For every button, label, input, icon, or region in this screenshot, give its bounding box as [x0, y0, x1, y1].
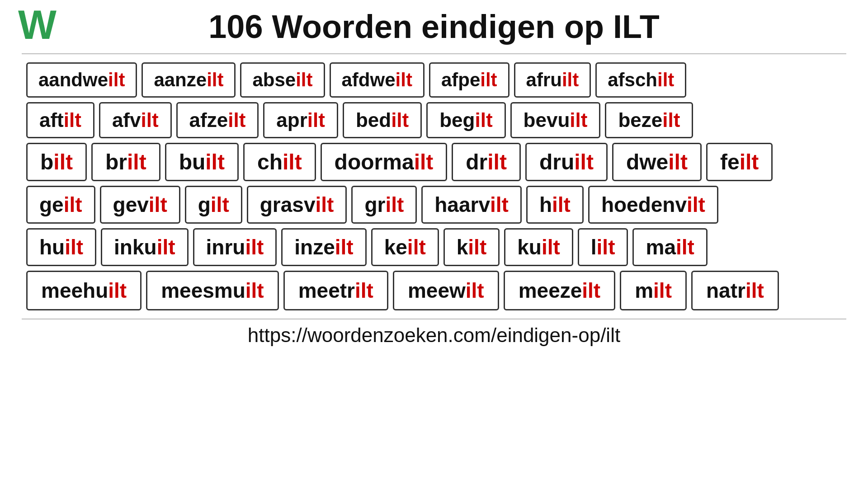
- footer-url: https://woordenzoeken.com/eindigen-op/il…: [248, 324, 620, 347]
- word-box-0-5: afruilt: [514, 62, 591, 98]
- word-box-0-6: afschilt: [595, 62, 686, 98]
- word-box-4-2: inruilt: [193, 228, 277, 266]
- word-box-1-4: bedilt: [343, 102, 422, 138]
- word-box-1-2: afzeilt: [176, 102, 259, 138]
- word-row-2: biltbriltbuiltchiltdoormailtdriltdruiltd…: [26, 143, 842, 181]
- word-box-1-6: bevuilt: [510, 102, 601, 138]
- word-box-4-8: mailt: [632, 228, 707, 266]
- word-box-3-4: grilt: [351, 186, 417, 224]
- word-box-3-7: hoedenvilt: [588, 186, 718, 224]
- word-box-2-7: dweilt: [612, 143, 702, 181]
- word-box-5-3: meewilt: [393, 271, 499, 310]
- word-box-0-3: afdweilt: [330, 62, 425, 98]
- word-box-1-7: bezeilt: [605, 102, 693, 138]
- word-box-2-4: doormailt: [321, 143, 448, 181]
- word-box-4-6: kuilt: [504, 228, 573, 266]
- word-box-3-2: gilt: [185, 186, 242, 224]
- word-box-5-2: meetrilt: [283, 271, 388, 310]
- word-box-2-8: feilt: [706, 143, 773, 181]
- word-box-5-5: milt: [620, 271, 687, 310]
- word-row-3: geiltgeviltgiltgrasviltgrilthaarvilthilt…: [26, 186, 842, 224]
- word-box-4-0: huilt: [26, 228, 96, 266]
- word-box-3-0: geilt: [26, 186, 95, 224]
- word-box-1-1: afvilt: [99, 102, 172, 138]
- word-row-0: aandweiltaanzeiltabseiltafdweiltafpeilta…: [26, 62, 842, 98]
- word-box-3-3: grasvilt: [247, 186, 347, 224]
- word-box-4-4: keilt: [371, 228, 439, 266]
- word-box-2-0: bilt: [26, 143, 87, 181]
- logo: W: [18, 5, 57, 45]
- word-box-1-3: aprilt: [263, 102, 338, 138]
- word-box-3-5: haarvilt: [421, 186, 522, 224]
- word-box-2-6: druilt: [525, 143, 608, 181]
- word-box-5-0: meehuilt: [26, 271, 142, 310]
- page-header: W 106 Woorden eindigen op ILT: [0, 0, 868, 50]
- word-box-4-7: lilt: [578, 228, 628, 266]
- word-box-3-1: gevilt: [100, 186, 180, 224]
- word-box-0-2: abseilt: [240, 62, 325, 98]
- word-box-4-3: inzeilt: [281, 228, 366, 266]
- word-box-5-1: meesmuilt: [146, 271, 279, 310]
- word-box-3-6: hilt: [526, 186, 584, 224]
- words-container: aandweiltaanzeiltabseiltafdweiltafpeilta…: [22, 62, 846, 310]
- word-box-2-2: built: [165, 143, 239, 181]
- word-row-1: aftiltafviltafzeiltapriltbediltbegiltbev…: [26, 102, 842, 138]
- page-title: 106 Woorden eindigen op ILT: [208, 8, 659, 45]
- word-box-5-4: meezeilt: [504, 271, 616, 310]
- word-box-2-5: drilt: [452, 143, 521, 181]
- word-row-4: huiltinkuiltinruiltinzeiltkeiltkiltkuilt…: [26, 228, 842, 266]
- word-box-5-6: natrilt: [691, 271, 779, 310]
- word-box-0-0: aandweilt: [26, 62, 137, 98]
- header-divider: [22, 53, 846, 54]
- word-box-1-5: begilt: [426, 102, 505, 138]
- word-box-2-3: chilt: [243, 143, 316, 181]
- word-row-5: meehuiltmeesmuiltmeetriltmeewiltmeezeilt…: [26, 271, 842, 310]
- word-box-1-0: aftilt: [26, 102, 94, 138]
- word-box-0-4: afpeilt: [429, 62, 509, 98]
- word-box-2-1: brilt: [91, 143, 160, 181]
- footer-divider: [22, 319, 846, 319]
- word-box-0-1: aanzeilt: [142, 62, 236, 98]
- word-box-4-1: inkuilt: [101, 228, 188, 266]
- word-box-4-5: kilt: [443, 228, 500, 266]
